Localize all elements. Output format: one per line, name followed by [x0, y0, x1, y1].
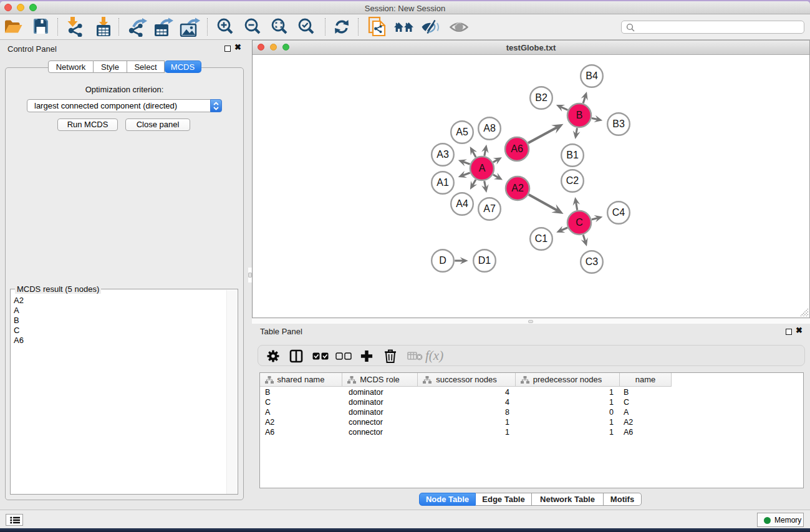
svg-text:A: A: [479, 163, 486, 173]
svg-text:B4: B4: [586, 70, 598, 81]
svg-text:D: D: [439, 255, 446, 266]
svg-text:D1: D1: [478, 255, 491, 266]
svg-text:C2: C2: [566, 175, 579, 186]
svg-text:C1: C1: [535, 233, 548, 244]
svg-text:B1: B1: [566, 150, 579, 160]
svg-text:B: B: [576, 110, 583, 120]
svg-text:A1: A1: [436, 177, 449, 188]
svg-text:A6: A6: [511, 143, 523, 154]
svg-text:C: C: [576, 217, 583, 228]
svg-text:B3: B3: [612, 118, 625, 129]
svg-text:A4: A4: [456, 198, 468, 209]
svg-text:C3: C3: [586, 256, 599, 267]
svg-text:B2: B2: [535, 92, 547, 103]
svg-text:A8: A8: [483, 123, 496, 133]
svg-text:C4: C4: [612, 207, 625, 218]
svg-text:A3: A3: [436, 149, 449, 160]
svg-text:A5: A5: [456, 127, 468, 137]
svg-text:A7: A7: [483, 203, 496, 214]
svg-text:A2: A2: [511, 183, 524, 193]
